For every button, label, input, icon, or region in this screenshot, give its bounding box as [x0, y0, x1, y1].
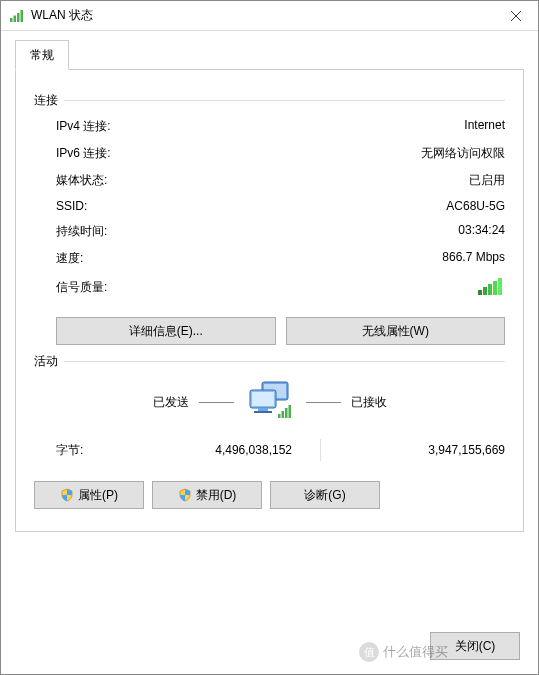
properties-button[interactable]: 属性(P) [34, 481, 144, 509]
media-value: 已启用 [196, 172, 505, 189]
divider [64, 100, 505, 101]
dialog-footer: 关闭(C) [430, 632, 520, 660]
svg-rect-2 [17, 13, 20, 22]
details-button[interactable]: 详细信息(E)... [56, 317, 276, 345]
ipv4-label: IPv4 连接: [56, 118, 196, 135]
media-row: 媒体状态: 已启用 [34, 167, 505, 194]
ipv4-value: Internet [196, 118, 505, 135]
tab-strip: 常规 [15, 39, 524, 69]
wlan-bars-icon [9, 8, 25, 24]
ipv6-value: 无网络访问权限 [196, 145, 505, 162]
ipv4-row: IPv4 连接: Internet [34, 113, 505, 140]
svg-rect-17 [278, 414, 281, 418]
ssid-label: SSID: [56, 199, 196, 213]
diagnose-button[interactable]: 诊断(G) [270, 481, 380, 509]
svg-rect-10 [498, 278, 502, 295]
activity-header-label: 活动 [34, 353, 58, 370]
divider [306, 402, 341, 403]
activity-graphic: 已发送 已 [34, 380, 505, 425]
signal-strength-icon [196, 276, 505, 299]
divider [199, 402, 234, 403]
sent-label: 已发送 [153, 394, 189, 411]
svg-rect-20 [288, 405, 291, 418]
disable-button-label: 禁用(D) [196, 487, 237, 504]
speed-row: 速度: 866.7 Mbps [34, 245, 505, 272]
svg-rect-1 [14, 15, 17, 22]
network-computers-icon [244, 380, 296, 425]
ssid-value: AC68U-5G [196, 199, 505, 213]
titlebar: WLAN 状态 [1, 1, 538, 31]
duration-value: 03:34:24 [196, 223, 505, 240]
svg-rect-0 [10, 18, 13, 22]
svg-rect-3 [21, 10, 24, 22]
properties-button-label: 属性(P) [78, 487, 118, 504]
duration-label: 持续时间: [56, 223, 196, 240]
bytes-row: 字节: 4,496,038,152 3,947,155,669 [34, 431, 505, 475]
ipv6-row: IPv6 连接: 无网络访问权限 [34, 140, 505, 167]
bytes-received-value: 3,947,155,669 [329, 443, 505, 457]
connection-header-label: 连接 [34, 92, 58, 109]
speed-label: 速度: [56, 250, 196, 267]
general-panel: 连接 IPv4 连接: Internet IPv6 连接: 无网络访问权限 媒体… [15, 69, 524, 532]
svg-rect-15 [258, 408, 268, 411]
svg-rect-19 [285, 408, 288, 418]
watermark-badge: 值 [359, 642, 379, 662]
close-window-button[interactable] [493, 1, 538, 31]
signal-row: 信号质量: [34, 272, 505, 307]
close-button[interactable]: 关闭(C) [430, 632, 520, 660]
svg-rect-8 [488, 284, 492, 295]
divider [64, 361, 505, 362]
ipv6-label: IPv6 连接: [56, 145, 196, 162]
media-label: 媒体状态: [56, 172, 196, 189]
connection-header: 连接 [34, 92, 505, 109]
shield-icon [60, 488, 74, 502]
speed-value: 866.7 Mbps [196, 250, 505, 267]
window-title: WLAN 状态 [31, 7, 493, 24]
divider [320, 439, 321, 461]
wireless-properties-button[interactable]: 无线属性(W) [286, 317, 506, 345]
received-label: 已接收 [351, 394, 387, 411]
svg-rect-6 [478, 290, 482, 295]
bytes-label: 字节: [56, 442, 116, 459]
svg-rect-16 [254, 411, 272, 413]
ssid-row: SSID: AC68U-5G [34, 194, 505, 218]
svg-rect-18 [281, 411, 284, 418]
bytes-sent-value: 4,496,038,152 [116, 443, 312, 457]
svg-rect-14 [252, 392, 274, 406]
activity-header: 活动 [34, 353, 505, 370]
shield-icon [178, 488, 192, 502]
close-icon [511, 11, 521, 21]
disable-button[interactable]: 禁用(D) [152, 481, 262, 509]
duration-row: 持续时间: 03:34:24 [34, 218, 505, 245]
tab-general[interactable]: 常规 [15, 40, 69, 70]
svg-rect-7 [483, 287, 487, 295]
signal-label: 信号质量: [56, 279, 196, 296]
svg-rect-9 [493, 281, 497, 295]
